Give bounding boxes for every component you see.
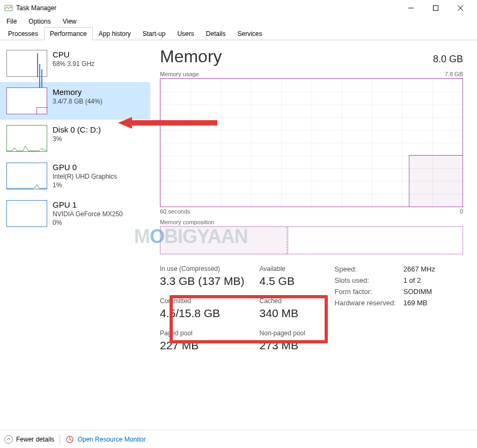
menu-file[interactable]: File bbox=[3, 17, 20, 26]
footer: Fewer details Open Resource Monitor bbox=[0, 430, 477, 448]
stat-committed-label: Committed bbox=[160, 297, 245, 305]
tab-app-history[interactable]: App history bbox=[93, 27, 137, 40]
stat-committed-value: 4.5/15.8 GB bbox=[160, 307, 245, 320]
composition-label: Memory composition bbox=[160, 219, 463, 225]
menubar: File Options View bbox=[0, 16, 477, 27]
sidebar-gpu1-sub2: 0% bbox=[53, 219, 123, 226]
speed-value: 2667 MHz bbox=[403, 265, 435, 273]
sidebar-item-cpu[interactable]: CPU 68% 3.91 GHz bbox=[0, 45, 150, 82]
sidebar-cpu-sub: 68% 3.91 GHz bbox=[53, 60, 94, 68]
tabstrip: Processes Performance App history Start-… bbox=[0, 27, 477, 40]
usage-chart-max: 7.8 GB bbox=[445, 71, 463, 77]
axis-right: 0 bbox=[460, 208, 463, 215]
stat-available-label: Available bbox=[260, 265, 313, 273]
resource-monitor-icon bbox=[65, 435, 74, 444]
svg-line-8 bbox=[70, 439, 72, 440]
close-button[interactable] bbox=[448, 0, 473, 16]
tab-processes[interactable]: Processes bbox=[2, 27, 44, 40]
svg-marker-5 bbox=[118, 117, 217, 129]
stat-nonpaged-label: Non-paged pool bbox=[260, 329, 313, 337]
stat-in-use-label: In use (Compressed) bbox=[160, 265, 245, 273]
tab-startup[interactable]: Start-up bbox=[137, 27, 172, 40]
stat-in-use-value: 3.3 GB (137 MB) bbox=[160, 275, 245, 288]
task-manager-icon bbox=[4, 4, 13, 12]
titlebar: Task Manager bbox=[0, 0, 477, 16]
open-resource-monitor-link[interactable]: Open Resource Monitor bbox=[65, 435, 145, 444]
tab-performance[interactable]: Performance bbox=[44, 27, 93, 40]
svg-rect-2 bbox=[434, 6, 438, 11]
slots-label: Slots used: bbox=[335, 276, 396, 284]
stat-cached-value: 340 MB bbox=[260, 307, 313, 320]
watermark: MOBIGYAAN bbox=[134, 225, 248, 248]
chevron-up-icon bbox=[4, 435, 13, 444]
window-title: Task Manager bbox=[16, 4, 399, 12]
tab-details[interactable]: Details bbox=[200, 27, 232, 40]
detail-title: Memory bbox=[160, 47, 222, 67]
sidebar-item-gpu1[interactable]: GPU 1 NVIDIA GeForce MX250 0% bbox=[0, 195, 150, 232]
sidebar-memory-name: Memory bbox=[53, 87, 102, 97]
stat-nonpaged-value: 273 MB bbox=[260, 339, 313, 352]
sidebar-memory-sub: 3.4/7.8 GB (44%) bbox=[53, 98, 102, 105]
annotation-arrow bbox=[118, 117, 217, 129]
tab-users[interactable]: Users bbox=[171, 27, 200, 40]
sidebar-gpu1-sub1: NVIDIA GeForce MX250 bbox=[53, 210, 123, 218]
detail-capacity: 8.0 GB bbox=[433, 54, 463, 65]
sidebar-gpu1-name: GPU 1 bbox=[53, 200, 123, 209]
hw-reserved-label: Hardware reserved: bbox=[335, 299, 396, 307]
cpu-thumb-chart bbox=[6, 50, 47, 77]
open-resource-monitor-label: Open Resource Monitor bbox=[77, 436, 145, 443]
minimize-button[interactable] bbox=[399, 0, 423, 16]
stat-paged-label: Paged pool bbox=[160, 329, 245, 337]
fewer-details-label: Fewer details bbox=[16, 436, 54, 443]
sidebar-gpu0-name: GPU 0 bbox=[53, 163, 117, 172]
memory-stats: In use (Compressed) 3.3 GB (137 MB) Avai… bbox=[160, 265, 463, 352]
slots-value: 1 of 2 bbox=[403, 276, 435, 284]
menu-view[interactable]: View bbox=[60, 17, 80, 26]
sidebar-disk-sub: 3% bbox=[53, 135, 101, 143]
gpu1-thumb-chart bbox=[6, 200, 47, 227]
performance-sidebar: CPU 68% 3.91 GHz Memory 3.4/7.8 GB (44%)… bbox=[0, 40, 150, 431]
form-label: Form factor: bbox=[335, 288, 396, 296]
fewer-details-button[interactable]: Fewer details bbox=[4, 435, 54, 444]
memory-thumb-chart bbox=[6, 87, 47, 114]
stat-paged-value: 227 MB bbox=[160, 339, 245, 352]
memory-usage-chart[interactable] bbox=[160, 78, 463, 207]
stat-available-value: 4.5 GB bbox=[260, 275, 313, 288]
form-value: SODIMM bbox=[403, 288, 435, 296]
sidebar-gpu0-sub2: 1% bbox=[53, 181, 117, 189]
usage-chart-label: Memory usage bbox=[160, 71, 199, 77]
disk-thumb-chart bbox=[6, 125, 47, 152]
sidebar-disk-name: Disk 0 (C: D:) bbox=[53, 125, 101, 134]
hw-reserved-value: 169 MB bbox=[403, 299, 435, 307]
maximize-button[interactable] bbox=[423, 0, 448, 16]
sidebar-item-gpu0[interactable]: GPU 0 Intel(R) UHD Graphics 1% bbox=[0, 157, 150, 195]
speed-label: Speed: bbox=[335, 265, 396, 273]
sidebar-item-memory[interactable]: Memory 3.4/7.8 GB (44%) bbox=[0, 82, 150, 120]
sidebar-cpu-name: CPU bbox=[53, 50, 94, 59]
gpu0-thumb-chart bbox=[6, 163, 47, 189]
stat-cached-label: Cached bbox=[260, 297, 313, 305]
footer-divider bbox=[60, 435, 60, 444]
tab-services[interactable]: Services bbox=[231, 27, 268, 40]
axis-left: 60 seconds bbox=[160, 208, 190, 215]
sidebar-gpu0-sub1: Intel(R) UHD Graphics bbox=[53, 173, 117, 180]
window-controls bbox=[399, 0, 473, 16]
menu-options[interactable]: Options bbox=[25, 17, 54, 26]
